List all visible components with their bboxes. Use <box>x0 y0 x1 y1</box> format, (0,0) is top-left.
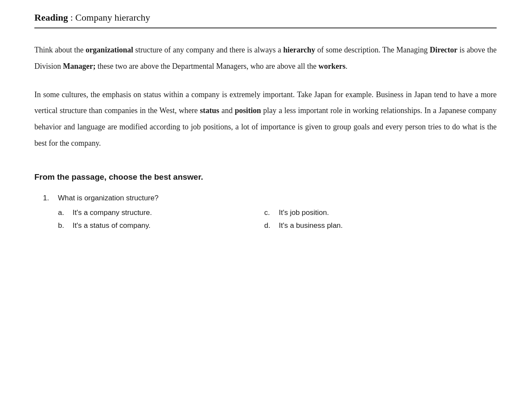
answer-1c[interactable]: c. It's job position. <box>264 208 445 217</box>
answer-1b-text: It's a status of company. <box>73 221 151 230</box>
answer-grid-1: a. It's a company structure. c. It's job… <box>58 208 445 230</box>
question-1-number: 1. <box>43 194 56 202</box>
answer-1d-letter: d. <box>264 221 274 230</box>
title-reading-bold: Reading <box>34 12 68 23</box>
passage-body: Think about the organizational structure… <box>34 42 497 152</box>
question-1-text: 1. What is organization structure? <box>43 194 497 202</box>
title-rest: : Company hierarchy <box>68 12 150 23</box>
answer-1c-text: It's job position. <box>279 208 329 217</box>
question-item-1: 1. What is organization structure? a. It… <box>34 194 497 230</box>
answer-1c-letter: c. <box>264 208 274 217</box>
questions-instruction: From the passage, choose the best answer… <box>34 172 497 182</box>
answer-1d[interactable]: d. It's a business plan. <box>264 221 445 230</box>
passage-paragraph-2: In some cultures, the emphasis on status… <box>34 87 497 152</box>
answer-1d-text: It's a business plan. <box>279 221 343 230</box>
answer-1a-letter: a. <box>58 208 67 217</box>
answer-1b-letter: b. <box>58 221 67 230</box>
question-1-label: What is organization structure? <box>58 194 159 202</box>
passage-paragraph-1: Think about the organizational structure… <box>34 42 497 75</box>
answer-1a-text: It's a company structure. <box>73 208 152 217</box>
answer-1a[interactable]: a. It's a company structure. <box>58 208 238 217</box>
answer-1b[interactable]: b. It's a status of company. <box>58 221 238 230</box>
page-title: Reading : Company hierarchy <box>34 12 497 23</box>
page-header: Reading : Company hierarchy <box>34 12 497 28</box>
questions-section: From the passage, choose the best answer… <box>34 172 497 230</box>
